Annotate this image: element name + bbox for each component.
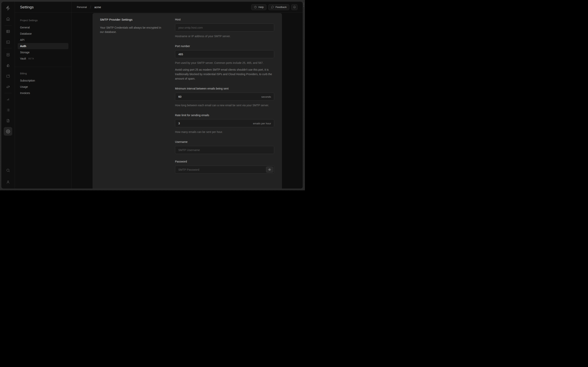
notifications-button[interactable]	[291, 4, 298, 10]
settings-nav-sections: Project Settings General Database API Au…	[15, 13, 71, 99]
edge-functions-icon[interactable]	[4, 83, 12, 91]
home-icon[interactable]	[4, 15, 12, 23]
smtp-form: Host Hostname or IP address of your SMTP…	[175, 18, 274, 174]
interval-label: Minimum interval between emails being se…	[175, 87, 274, 90]
host-field-group: Host Hostname or IP address of your SMTP…	[175, 18, 274, 39]
interval-input[interactable]	[175, 93, 274, 100]
reveal-password-button[interactable]	[266, 167, 273, 173]
nav-item-label: Vault	[20, 57, 26, 60]
settings-nav-panel: Settings Project Settings General Databa…	[15, 2, 72, 189]
authentication-icon[interactable]	[4, 61, 12, 70]
rate-limit-input[interactable]	[175, 119, 274, 127]
search-icon[interactable]	[4, 166, 12, 175]
page-title: Settings	[20, 5, 34, 9]
storage-icon[interactable]	[4, 72, 12, 80]
feedback-button-label: Feedback	[275, 6, 287, 8]
port-helper: Port used by your SMTP server. Common po…	[175, 61, 271, 65]
nav-section-heading: Billing	[20, 72, 66, 75]
section-description: Your SMTP Credentials will always be enc…	[100, 25, 165, 34]
main-area: Personal acme Help Feedback	[72, 2, 303, 189]
rail-divider	[4, 93, 12, 93]
nav-section-project-settings: Project Settings General Database API Au…	[15, 14, 71, 64]
port-label: Port number	[175, 44, 274, 48]
logs-icon[interactable]	[4, 106, 12, 114]
nav-section-billing: Billing Subscription Usage Invoices	[15, 67, 71, 99]
feedback-button[interactable]: Feedback	[268, 4, 289, 10]
rate-limit-helper: How many emails can be sent per hour.	[175, 130, 271, 134]
rail-divider	[4, 48, 12, 48]
host-label: Host	[175, 18, 274, 21]
nav-item-subscription[interactable]: Subscription	[18, 77, 68, 84]
username-field-group: Username	[175, 140, 274, 154]
nav-item-vault[interactable]: Vault BETA	[18, 55, 68, 62]
docs-icon[interactable]	[4, 116, 12, 125]
breadcrumb: Personal acme	[77, 5, 101, 9]
nav-item-general[interactable]: General	[18, 24, 68, 31]
breadcrumb-project[interactable]: acme	[94, 6, 101, 9]
password-label: Password	[175, 160, 274, 163]
user-icon[interactable]	[4, 178, 12, 186]
username-label: Username	[175, 140, 274, 144]
topbar: Personal acme Help Feedback	[72, 2, 303, 13]
database-icon[interactable]	[4, 50, 12, 59]
help-button[interactable]: Help	[251, 4, 266, 10]
nav-item-invoices[interactable]: Invoices	[18, 90, 68, 96]
port-field-group: Port number Port used by your SMTP serve…	[175, 44, 274, 81]
section-intro: SMTP Provider Settings Your SMTP Credent…	[100, 18, 175, 174]
help-button-label: Help	[258, 6, 264, 8]
supabase-logo[interactable]	[4, 4, 12, 12]
host-input[interactable]	[175, 24, 274, 32]
interval-field-group: Minimum interval between emails being se…	[175, 87, 274, 108]
settings-nav-header: Settings	[15, 2, 71, 13]
page-background: SMTP Provider Settings Your SMTP Credent…	[72, 13, 303, 189]
smtp-settings-card: SMTP Provider Settings Your SMTP Credent…	[93, 13, 282, 189]
rate-limit-label: Rate limit for sending emails	[175, 113, 274, 117]
reports-icon[interactable]	[4, 95, 12, 104]
chat-bubble-icon	[271, 6, 274, 8]
port-warning-note: Avoid using port 25 as modern SMTP email…	[175, 67, 272, 81]
port-input[interactable]	[175, 50, 274, 58]
nav-section-heading: Project Settings	[20, 19, 66, 22]
interval-helper: How long between each email can a new em…	[175, 103, 271, 108]
project-settings-icon[interactable]	[4, 127, 12, 136]
sql-editor-icon[interactable]	[4, 38, 12, 46]
nav-item-usage[interactable]: Usage	[18, 84, 68, 90]
table-editor-icon[interactable]	[4, 27, 12, 36]
help-circle-icon	[254, 6, 257, 8]
section-title: SMTP Provider Settings	[100, 18, 167, 22]
nav-item-auth[interactable]: Auth	[18, 43, 68, 49]
host-helper: Hostname or IP address of your SMTP serv…	[175, 34, 271, 39]
eye-icon	[268, 168, 271, 171]
breadcrumb-separator	[90, 5, 91, 9]
nav-item-database[interactable]: Database	[18, 31, 68, 37]
bell-icon	[293, 6, 296, 8]
window-edge-dots	[303, 3, 304, 7]
breadcrumb-org[interactable]: Personal	[77, 6, 87, 8]
beta-badge: BETA	[28, 58, 34, 60]
rate-limit-field-group: Rate limit for sending emails emails per…	[175, 113, 274, 134]
password-field-group: Password	[175, 160, 274, 174]
desktop-frame: Settings Project Settings General Databa…	[0, 0, 305, 190]
topbar-actions: Help Feedback	[251, 4, 298, 10]
app-window: Settings Project Settings General Databa…	[1, 2, 303, 189]
rail-divider	[4, 25, 12, 25]
nav-item-storage[interactable]: Storage	[18, 49, 68, 55]
username-input[interactable]	[175, 146, 274, 154]
nav-item-api[interactable]: API	[18, 37, 68, 43]
sidebar-icon-rail	[1, 2, 15, 189]
password-input[interactable]	[175, 166, 274, 174]
